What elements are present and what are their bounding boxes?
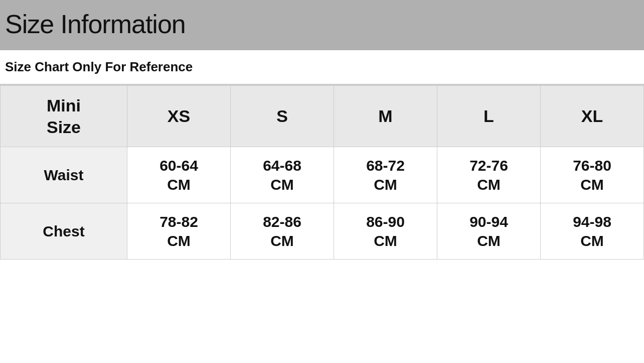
waist-s: 64-68CM (231, 147, 334, 203)
chest-s: 82-86CM (231, 203, 334, 260)
waist-xl: 76-80CM (541, 147, 644, 203)
chest-xs: 78-82CM (127, 203, 231, 260)
header-section: Size Information (0, 0, 644, 50)
subtitle-text: Size Chart Only For Reference (5, 59, 639, 75)
col-header-xl: XL (541, 85, 644, 147)
waist-m: 68-72CM (334, 147, 437, 203)
col-header-xs: XS (127, 85, 231, 147)
chest-m: 86-90CM (334, 203, 437, 260)
table-header-row: MiniSize XS S M L XL (1, 85, 644, 147)
waist-xs: 60-64CM (127, 147, 231, 203)
col-header-s: S (231, 85, 334, 147)
col-header-m: M (334, 85, 437, 147)
chest-xl: 94-98CM (541, 203, 644, 260)
chest-l: 90-94CM (437, 203, 541, 260)
page-title: Size Information (5, 9, 639, 39)
col-header-mini-size: MiniSize (1, 85, 127, 147)
size-chart-table: MiniSize XS S M L XL Waist 60-64CM 64-68… (0, 85, 644, 260)
table-row-waist: Waist 60-64CM 64-68CM 68-72CM 72-76CM 76… (1, 147, 644, 203)
row-label-waist: Waist (1, 147, 127, 203)
col-header-l: L (437, 85, 541, 147)
waist-l: 72-76CM (437, 147, 541, 203)
row-label-chest: Chest (1, 203, 127, 260)
subtitle-row: Size Chart Only For Reference (0, 50, 644, 85)
table-row-chest: Chest 78-82CM 82-86CM 86-90CM 90-94CM 94… (1, 203, 644, 260)
